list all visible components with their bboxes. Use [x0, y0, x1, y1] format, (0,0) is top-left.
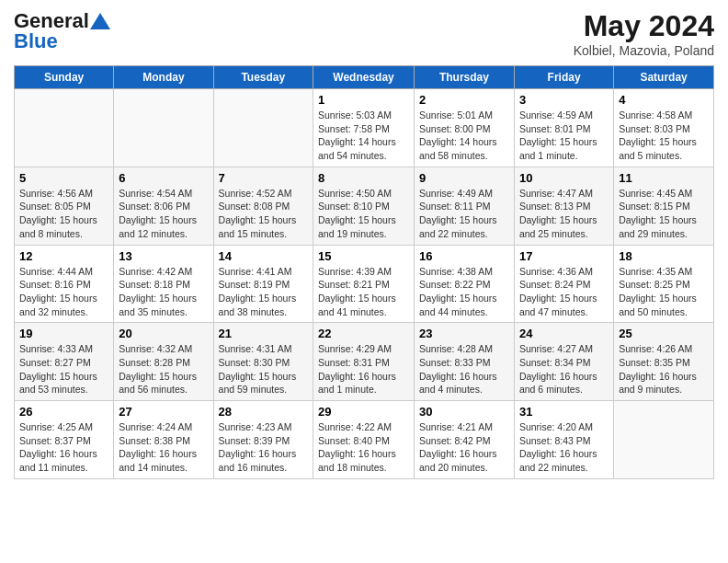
calendar-cell: 7Sunrise: 4:52 AMSunset: 8:08 PMDaylight…: [213, 167, 313, 245]
logo-text-blue: Blue: [14, 29, 58, 53]
day-number: 28: [219, 405, 308, 419]
day-number: 27: [119, 405, 208, 419]
day-info: Sunrise: 4:47 AMSunset: 8:13 PMDaylight:…: [519, 187, 609, 241]
calendar-cell: [213, 89, 313, 167]
day-number: 25: [619, 327, 709, 340]
day-number: 24: [519, 327, 609, 340]
day-info: Sunrise: 4:56 AMSunset: 8:05 PMDaylight:…: [19, 187, 108, 241]
day-number: 10: [519, 171, 609, 185]
day-info: Sunrise: 4:35 AMSunset: 8:25 PMDaylight:…: [619, 265, 709, 319]
title-block: May 2024 Kolbiel, Mazovia, Poland: [574, 9, 714, 58]
calendar-cell: 30Sunrise: 4:21 AMSunset: 8:42 PMDayligh…: [414, 401, 514, 479]
day-info: Sunrise: 4:36 AMSunset: 8:24 PMDaylight:…: [519, 265, 609, 319]
day-info: Sunrise: 4:31 AMSunset: 8:30 PMDaylight:…: [219, 342, 308, 396]
calendar-cell: 12Sunrise: 4:44 AMSunset: 8:16 PMDayligh…: [15, 245, 114, 323]
calendar-cell: 18Sunrise: 4:35 AMSunset: 8:25 PMDayligh…: [614, 245, 714, 323]
column-header-monday: Monday: [114, 66, 213, 89]
calendar-cell: [114, 89, 213, 167]
column-header-tuesday: Tuesday: [213, 66, 313, 89]
calendar-cell: 14Sunrise: 4:41 AMSunset: 8:19 PMDayligh…: [213, 245, 313, 323]
day-number: 20: [119, 327, 208, 340]
day-number: 8: [318, 171, 409, 185]
calendar-cell: [614, 401, 714, 479]
day-info: Sunrise: 4:26 AMSunset: 8:35 PMDaylight:…: [619, 342, 709, 396]
calendar-table: SundayMondayTuesdayWednesdayThursdayFrid…: [14, 65, 714, 479]
day-info: Sunrise: 4:50 AMSunset: 8:10 PMDaylight:…: [318, 187, 409, 241]
location-subtitle: Kolbiel, Mazovia, Poland: [574, 43, 714, 58]
day-number: 18: [619, 249, 709, 263]
column-header-sunday: Sunday: [15, 66, 114, 89]
calendar-cell: 6Sunrise: 4:54 AMSunset: 8:06 PMDaylight…: [114, 167, 213, 245]
calendar-header: SundayMondayTuesdayWednesdayThursdayFrid…: [15, 66, 714, 89]
calendar-cell: 2Sunrise: 5:01 AMSunset: 8:00 PMDaylight…: [414, 89, 514, 167]
calendar-cell: 22Sunrise: 4:29 AMSunset: 8:31 PMDayligh…: [313, 323, 415, 401]
day-info: Sunrise: 4:49 AMSunset: 8:11 PMDaylight:…: [419, 187, 509, 241]
day-info: Sunrise: 4:23 AMSunset: 8:39 PMDaylight:…: [219, 420, 308, 475]
day-number: 15: [318, 249, 409, 263]
day-info: Sunrise: 4:20 AMSunset: 8:43 PMDaylight:…: [519, 420, 609, 475]
calendar-cell: 23Sunrise: 4:28 AMSunset: 8:33 PMDayligh…: [414, 323, 514, 401]
day-number: 12: [19, 249, 108, 263]
calendar-cell: 13Sunrise: 4:42 AMSunset: 8:18 PMDayligh…: [114, 245, 213, 323]
day-info: Sunrise: 4:32 AMSunset: 8:28 PMDaylight:…: [119, 342, 208, 396]
page-header: General Blue May 2024 Kolbiel, Mazovia, …: [14, 9, 714, 58]
column-header-saturday: Saturday: [614, 66, 714, 89]
day-info: Sunrise: 4:24 AMSunset: 8:38 PMDaylight:…: [119, 420, 208, 475]
day-number: 7: [219, 171, 308, 185]
week-row-2: 5Sunrise: 4:56 AMSunset: 8:05 PMDaylight…: [15, 167, 714, 245]
day-info: Sunrise: 4:41 AMSunset: 8:19 PMDaylight:…: [219, 265, 308, 319]
calendar-cell: 20Sunrise: 4:32 AMSunset: 8:28 PMDayligh…: [114, 323, 213, 401]
header-row: SundayMondayTuesdayWednesdayThursdayFrid…: [15, 66, 714, 89]
column-header-friday: Friday: [514, 66, 613, 89]
month-year-title: May 2024: [574, 9, 714, 43]
calendar-cell: 1Sunrise: 5:03 AMSunset: 7:58 PMDaylight…: [313, 89, 415, 167]
day-info: Sunrise: 4:25 AMSunset: 8:37 PMDaylight:…: [19, 420, 108, 475]
day-number: 23: [419, 327, 509, 340]
calendar-cell: 17Sunrise: 4:36 AMSunset: 8:24 PMDayligh…: [514, 245, 613, 323]
calendar-cell: 16Sunrise: 4:38 AMSunset: 8:22 PMDayligh…: [414, 245, 514, 323]
calendar-cell: [15, 89, 114, 167]
day-number: 19: [19, 327, 108, 340]
day-info: Sunrise: 4:52 AMSunset: 8:08 PMDaylight:…: [219, 187, 308, 241]
day-number: 1: [318, 93, 409, 107]
column-header-thursday: Thursday: [414, 66, 514, 89]
day-info: Sunrise: 4:29 AMSunset: 8:31 PMDaylight:…: [318, 342, 409, 396]
logo-icon: [90, 13, 110, 29]
day-number: 21: [219, 327, 308, 340]
calendar-cell: 24Sunrise: 4:27 AMSunset: 8:34 PMDayligh…: [514, 323, 613, 401]
day-info: Sunrise: 4:38 AMSunset: 8:22 PMDaylight:…: [419, 265, 509, 319]
day-info: Sunrise: 4:59 AMSunset: 8:01 PMDaylight:…: [519, 109, 609, 163]
day-info: Sunrise: 4:58 AMSunset: 8:03 PMDaylight:…: [619, 109, 709, 163]
day-info: Sunrise: 4:27 AMSunset: 8:34 PMDaylight:…: [519, 342, 609, 396]
day-number: 22: [318, 327, 409, 340]
calendar-cell: 19Sunrise: 4:33 AMSunset: 8:27 PMDayligh…: [15, 323, 114, 401]
day-info: Sunrise: 4:22 AMSunset: 8:40 PMDaylight:…: [318, 420, 409, 475]
day-info: Sunrise: 4:42 AMSunset: 8:18 PMDaylight:…: [119, 265, 208, 319]
day-number: 17: [519, 249, 609, 263]
calendar-cell: 29Sunrise: 4:22 AMSunset: 8:40 PMDayligh…: [313, 401, 415, 479]
calendar-cell: 21Sunrise: 4:31 AMSunset: 8:30 PMDayligh…: [213, 323, 313, 401]
calendar-cell: 8Sunrise: 4:50 AMSunset: 8:10 PMDaylight…: [313, 167, 415, 245]
day-number: 29: [318, 405, 409, 419]
calendar-cell: 27Sunrise: 4:24 AMSunset: 8:38 PMDayligh…: [114, 401, 213, 479]
calendar-cell: 5Sunrise: 4:56 AMSunset: 8:05 PMDaylight…: [15, 167, 114, 245]
day-number: 6: [119, 171, 208, 185]
calendar-cell: 26Sunrise: 4:25 AMSunset: 8:37 PMDayligh…: [15, 401, 114, 479]
day-info: Sunrise: 4:33 AMSunset: 8:27 PMDaylight:…: [19, 342, 108, 396]
week-row-4: 19Sunrise: 4:33 AMSunset: 8:27 PMDayligh…: [15, 323, 714, 401]
day-number: 5: [19, 171, 108, 185]
calendar-body: 1Sunrise: 5:03 AMSunset: 7:58 PMDaylight…: [15, 89, 714, 479]
day-number: 30: [419, 405, 509, 419]
day-number: 16: [419, 249, 509, 263]
day-number: 4: [619, 93, 709, 107]
calendar-cell: 31Sunrise: 4:20 AMSunset: 8:43 PMDayligh…: [514, 401, 613, 479]
calendar-cell: 4Sunrise: 4:58 AMSunset: 8:03 PMDaylight…: [614, 89, 714, 167]
week-row-5: 26Sunrise: 4:25 AMSunset: 8:37 PMDayligh…: [15, 401, 714, 479]
svg-marker-0: [90, 13, 110, 29]
calendar-cell: 3Sunrise: 4:59 AMSunset: 8:01 PMDaylight…: [514, 89, 613, 167]
day-info: Sunrise: 5:03 AMSunset: 7:58 PMDaylight:…: [318, 109, 409, 163]
day-number: 3: [519, 93, 609, 107]
column-header-wednesday: Wednesday: [313, 66, 415, 89]
calendar-cell: 10Sunrise: 4:47 AMSunset: 8:13 PMDayligh…: [514, 167, 613, 245]
day-info: Sunrise: 4:39 AMSunset: 8:21 PMDaylight:…: [318, 265, 409, 319]
